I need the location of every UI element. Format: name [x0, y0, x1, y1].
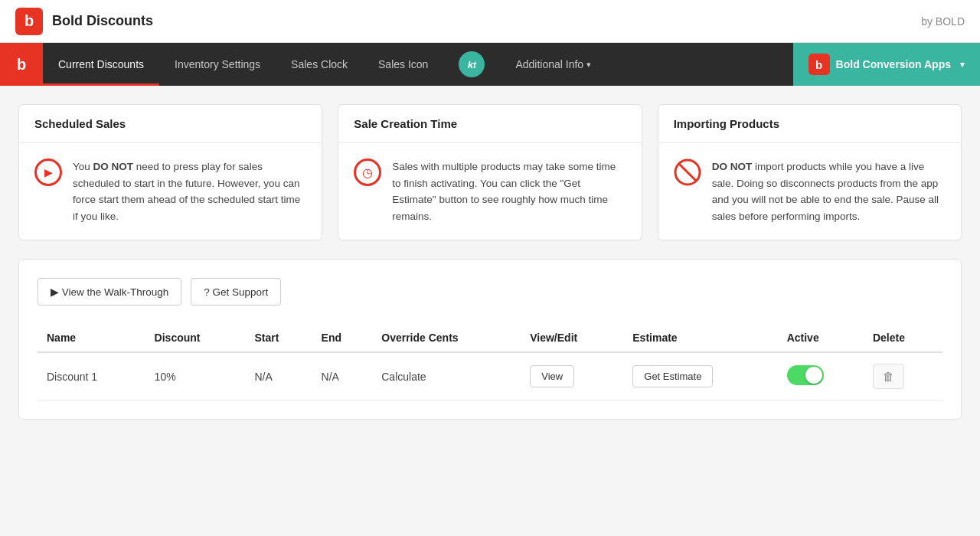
- get-estimate-button[interactable]: Get Estimate: [632, 365, 713, 387]
- no-entry-icon: [674, 159, 701, 186]
- col-name: Name: [38, 324, 145, 352]
- nav-bold-conversion-apps[interactable]: b Bold Conversion Apps ▾: [793, 43, 980, 86]
- delete-button[interactable]: 🗑: [873, 364, 904, 389]
- nav-item-kit-circle[interactable]: kt: [443, 43, 500, 86]
- nav-label-additional-info: Additional Info: [515, 58, 583, 70]
- cell-discount: 10%: [145, 352, 246, 400]
- home-logo-text: b: [17, 56, 26, 74]
- cell-override-cents: Calculate: [372, 352, 521, 400]
- col-start: Start: [245, 324, 312, 352]
- active-toggle[interactable]: [787, 365, 824, 385]
- scheduled-sales-card: Scheduled Sales ▶ You DO NOT need to pre…: [18, 104, 322, 240]
- col-end: End: [312, 324, 373, 352]
- bottom-panel: ▶ View the Walk-Through ? Get Support Na…: [18, 259, 962, 420]
- active-toggle-wrapper: [787, 365, 824, 385]
- cell-active: [778, 352, 864, 400]
- cell-estimate: Get Estimate: [623, 352, 777, 400]
- top-logo: b: [15, 8, 43, 35]
- sale-creation-card: Sale Creation Time ◷ Sales with multiple…: [338, 104, 642, 240]
- discounts-table: Name Discount Start End Override Cents V…: [38, 324, 942, 400]
- col-override-cents: Override Cents: [372, 324, 521, 352]
- nav-item-inventory-settings[interactable]: Inventory Settings: [159, 43, 276, 86]
- nav-spacer: [606, 43, 792, 86]
- nav-home-logo: b: [8, 51, 34, 77]
- info-cards-row: Scheduled Sales ▶ You DO NOT need to pre…: [18, 104, 962, 240]
- nav-label-sales-clock: Sales Clock: [291, 58, 348, 70]
- kit-circle-icon: kt: [459, 51, 485, 77]
- scheduled-sales-body: ▶ You DO NOT need to press play for sale…: [19, 143, 322, 240]
- nav-label-sales-icon: Sales Icon: [378, 58, 428, 70]
- svg-line-1: [678, 163, 697, 181]
- table-header: Name Discount Start End Override Cents V…: [38, 324, 942, 352]
- cell-name: Discount 1: [38, 352, 145, 400]
- bold-conversion-chevron-icon: ▾: [960, 60, 965, 70]
- top-bar: b Bold Discounts by BOLD: [0, 0, 980, 43]
- importing-products-title: Importing Products: [658, 105, 961, 143]
- cell-end: N/A: [312, 352, 373, 400]
- action-buttons-row: ▶ View the Walk-Through ? Get Support: [38, 278, 942, 306]
- view-button[interactable]: View: [530, 365, 574, 387]
- nav-label-current-discounts: Current Discounts: [58, 58, 144, 70]
- col-discount: Discount: [145, 324, 246, 352]
- get-support-button[interactable]: ? Get Support: [191, 278, 281, 306]
- sale-creation-body: ◷ Sales with multiple products may take …: [338, 143, 641, 240]
- importing-products-card: Importing Products DO NOT import product…: [658, 104, 962, 240]
- col-delete: Delete: [864, 324, 942, 352]
- col-view-edit: View/Edit: [521, 324, 623, 352]
- sale-creation-title: Sale Creation Time: [338, 105, 641, 143]
- nav-bar: b Current Discounts Inventory Settings S…: [0, 43, 980, 86]
- play-circle-icon: ▶: [34, 159, 62, 186]
- table-body: Discount 1 10% N/A N/A Calculate View Ge…: [38, 352, 942, 400]
- cell-start: N/A: [245, 352, 312, 400]
- scheduled-sales-text: You DO NOT need to press play for sales …: [73, 159, 306, 224]
- nav-item-sales-icon[interactable]: Sales Icon: [363, 43, 443, 86]
- importing-products-text: DO NOT import products while you have a …: [712, 159, 946, 224]
- sale-creation-text: Sales with multiple products may take so…: [392, 159, 626, 224]
- col-active: Active: [778, 324, 864, 352]
- nav-label-inventory-settings: Inventory Settings: [175, 58, 260, 70]
- clock-circle-icon: ◷: [354, 159, 381, 186]
- app-title: Bold Discounts: [52, 13, 153, 29]
- nav-label-bold-conversion: Bold Conversion Apps: [836, 58, 951, 70]
- cell-view-edit: View: [521, 352, 623, 400]
- additional-info-chevron-icon: ▾: [586, 60, 591, 70]
- nav-item-current-discounts[interactable]: Current Discounts: [43, 43, 159, 86]
- table-row: Discount 1 10% N/A N/A Calculate View Ge…: [38, 352, 942, 400]
- col-estimate: Estimate: [623, 324, 777, 352]
- table-header-row: Name Discount Start End Override Cents V…: [38, 324, 942, 352]
- toggle-knob: [805, 367, 822, 384]
- clock-icon: ◷: [354, 159, 381, 186]
- scheduled-sales-title: Scheduled Sales: [19, 105, 322, 143]
- bold-conversion-logo: b: [808, 54, 830, 75]
- cell-delete: 🗑: [864, 352, 942, 400]
- nav-item-sales-clock[interactable]: Sales Clock: [276, 43, 363, 86]
- importing-products-body: DO NOT import products while you have a …: [658, 143, 961, 240]
- no-icon: [674, 159, 701, 186]
- by-bold: by BOLD: [921, 15, 965, 28]
- nav-item-additional-info[interactable]: Additional Info ▾: [500, 43, 606, 86]
- top-bar-left: b Bold Discounts: [15, 8, 153, 35]
- play-icon: ▶: [34, 159, 62, 186]
- nav-home-button[interactable]: b: [0, 43, 43, 86]
- walk-through-button[interactable]: ▶ View the Walk-Through: [38, 278, 181, 306]
- main-content: Scheduled Sales ▶ You DO NOT need to pre…: [0, 86, 980, 438]
